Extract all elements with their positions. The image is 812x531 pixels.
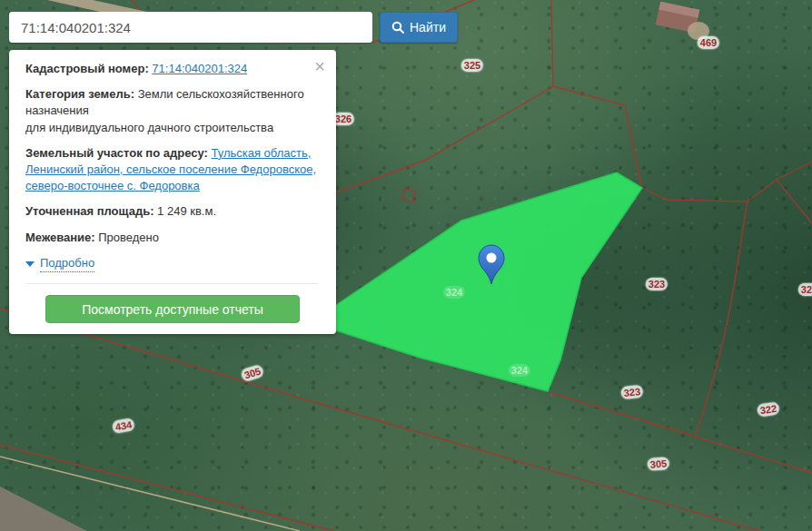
search-icon: [391, 21, 404, 34]
parcel-label-selected: 324: [443, 286, 465, 299]
field-label: Земельный участок по адресу:: [25, 146, 208, 160]
field-value: Проведено: [98, 231, 159, 244]
details-toggle[interactable]: Подробно: [25, 255, 94, 272]
field-label: Уточненная площадь:: [25, 204, 153, 218]
road-top-left: [47, 0, 147, 12]
parcel-label: 469: [698, 36, 719, 49]
view-reports-button[interactable]: Посмотреть доступные отчеты: [45, 295, 300, 323]
chevron-down-icon: [25, 261, 35, 267]
field-area: Уточненная площадь: 1 249 кв.м.: [25, 203, 320, 220]
search-button[interactable]: Найти: [380, 12, 458, 43]
field-surveying: Межевание: Проведено: [25, 230, 320, 246]
field-address: Земельный участок по адресу: Тульская об…: [25, 145, 320, 195]
parcel-label: 322: [798, 283, 812, 296]
road-bottom-left: [0, 487, 87, 531]
field-value: 1 249 кв.м.: [157, 204, 216, 218]
parcel-label-selected: 324: [509, 364, 530, 377]
field-label: Кадастровый номер:: [25, 62, 149, 75]
field-cadastral-number: Кадастровый номер: 71:14:040201:324: [25, 61, 320, 77]
parcel-info-card: × Кадастровый номер: 71:14:040201:324 Ка…: [9, 50, 336, 334]
location-marker-icon: [478, 244, 505, 286]
parcel-label: 325: [461, 59, 483, 72]
search-button-label: Найти: [410, 20, 446, 34]
search-input[interactable]: [9, 12, 372, 43]
cadastral-map-app: 325 326 469 323 322 323 322 305 305 434 …: [0, 0, 812, 531]
field-land-category: Категория земель: Земли сельскохозяйстве…: [25, 86, 320, 136]
details-link[interactable]: Подробно: [40, 255, 94, 272]
cadastral-number-link[interactable]: 71:14:040201:324: [152, 62, 247, 75]
card-divider: [27, 283, 318, 284]
selected-parcel-polygon[interactable]: [311, 172, 642, 391]
parcel-label: 323: [646, 278, 668, 290]
field-label: Межевание:: [25, 231, 95, 244]
field-label: Категория земель:: [25, 87, 134, 101]
field-value-line2: для индивидуального дачного строительств…: [25, 120, 320, 136]
close-icon[interactable]: ×: [312, 55, 327, 77]
